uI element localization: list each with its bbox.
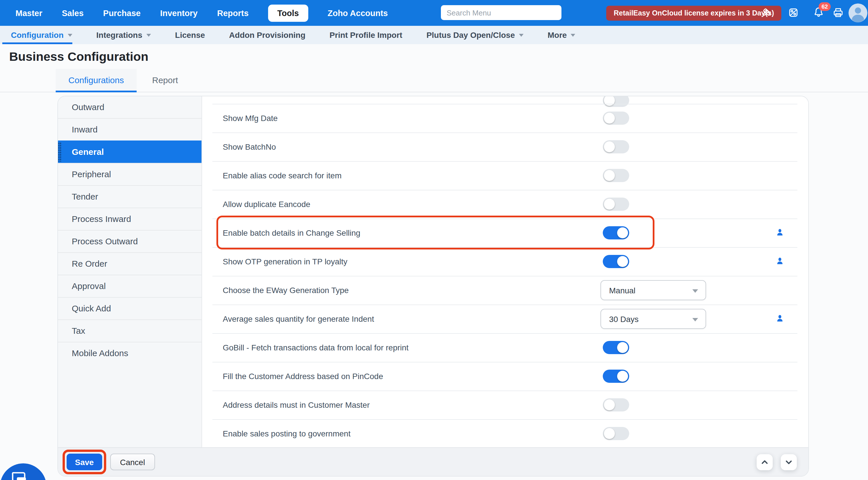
setting-row-show-mfg-date: Show Mfg Date: [202, 104, 808, 133]
topnav-item-sales[interactable]: Sales: [62, 8, 84, 18]
toggle-on[interactable]: [603, 255, 629, 268]
save-highlight-annotation: Save: [63, 450, 106, 474]
subnav-item-label: Addon Provisioning: [229, 30, 305, 40]
tab-strip: ConfigurationsReport: [0, 69, 868, 92]
setting-row-address-details-must-in-customer-master: Address details must in Customer Master: [202, 390, 808, 419]
toggle-off[interactable]: [603, 111, 629, 125]
select-value: 30 Days: [609, 314, 639, 323]
user-access-icon[interactable]: [776, 229, 784, 237]
scroll-up-button[interactable]: [756, 454, 773, 470]
sidebar-item-re-order[interactable]: Re Order: [58, 252, 202, 275]
chat-bubble-icon: [17, 477, 26, 480]
sidebar-item-approval[interactable]: Approval: [58, 275, 202, 297]
setting-row-enable-batch-details-in-change-selling: Enable batch details in Change Selling: [202, 218, 808, 247]
subnav-item-addon-provisioning[interactable]: Addon Provisioning: [229, 30, 305, 40]
topnav-item-tools[interactable]: Tools: [268, 4, 308, 22]
sidebar-item-mobile-addons[interactable]: Mobile Addons: [58, 342, 202, 364]
sidebar-item-process-outward[interactable]: Process Outward: [58, 230, 202, 252]
setting-label: Enable alias code search for item: [223, 171, 342, 180]
user-access-icon[interactable]: [776, 314, 784, 323]
topnav-item-zoho-accounts[interactable]: Zoho Accounts: [328, 8, 388, 18]
setting-label: Average sales quantity for generate Inde…: [223, 314, 374, 323]
select-choose-the-eway-generation-type[interactable]: Manual: [600, 280, 706, 300]
toggle-off[interactable]: [603, 427, 629, 440]
subnav-item-more[interactable]: More: [548, 30, 576, 40]
tab-configurations[interactable]: Configurations: [56, 69, 136, 92]
select-value: Manual: [609, 285, 636, 295]
sidebar-item-quick-add[interactable]: Quick Add: [58, 297, 202, 319]
sidebar-item-tender[interactable]: Tender: [58, 185, 202, 208]
toggle-off[interactable]: [603, 140, 629, 153]
chevron-down-icon: [692, 289, 698, 296]
title-bar: Business Configuration: [0, 44, 868, 69]
toggle-on[interactable]: [603, 341, 629, 354]
subnav-item-plutus-day-open-close[interactable]: Plutus Day Open/Close: [427, 30, 524, 40]
scrolled-row-remnant: [202, 96, 808, 104]
select-average-sales-quantity-for-generate-indent[interactable]: 30 Days: [600, 309, 706, 329]
chevron-down-icon: [692, 318, 698, 324]
topnav-item-inventory[interactable]: Inventory: [160, 8, 198, 18]
toggle-off[interactable]: [603, 169, 629, 182]
subnav-item-label: Print Profile Import: [330, 30, 402, 40]
setting-row-enable-sales-posting-to-government: Enable sales posting to government: [202, 419, 808, 448]
setting-label: Show OTP generation in TP loyalty: [223, 257, 347, 266]
subnav-item-integrations[interactable]: Integrations: [96, 30, 151, 40]
chevron-down-icon: [146, 34, 151, 39]
setting-row-fill-the-customer-address-based-on-pincode: Fill the Customer Address based on PinCo…: [202, 362, 808, 390]
scroll-buttons: [756, 454, 797, 470]
configuration-panel: OutwardInwardGeneralPeripheralTenderProc…: [57, 96, 809, 477]
subnav-item-label: More: [548, 30, 567, 40]
setting-row-allow-duplicate-eancode: Allow duplicate Eancode: [202, 190, 808, 218]
topnav-item-master[interactable]: Master: [16, 8, 42, 18]
settings-list: Show Mfg DateShow BatchNoEnable alias co…: [202, 96, 808, 447]
toggle-on[interactable]: [603, 370, 629, 383]
cancel-button[interactable]: Cancel: [110, 454, 155, 470]
setting-label: Show Mfg Date: [223, 113, 278, 123]
search-input[interactable]: [441, 5, 561, 20]
page-title: Business Configuration: [0, 44, 868, 70]
setting-label: Choose the EWay Generation Type: [223, 285, 349, 295]
chat-support-fab[interactable]: [0, 464, 46, 480]
setting-row-average-sales-quantity-for-generate-indent: Average sales quantity for generate Inde…: [202, 305, 808, 333]
setting-label: Allow duplicate Eancode: [223, 200, 310, 209]
setting-label: Fill the Customer Address based on PinCo…: [223, 372, 383, 381]
subnav-item-label: License: [175, 30, 205, 40]
subnav-item-license[interactable]: License: [175, 30, 205, 40]
setting-label: Enable sales posting to government: [223, 429, 350, 438]
sidebar-item-process-inward[interactable]: Process Inward: [58, 208, 202, 230]
sidebar-item-peripheral[interactable]: Peripheral: [58, 163, 202, 185]
paint-brush-icon[interactable]: [760, 6, 773, 19]
setting-label: Show BatchNo: [223, 142, 276, 151]
save-button[interactable]: Save: [67, 454, 102, 470]
subnav-item-label: Integrations: [96, 30, 143, 40]
subnav-item-label: Plutus Day Open/Close: [427, 30, 515, 40]
subnav-item-print-profile-import[interactable]: Print Profile Import: [330, 30, 402, 40]
sidebar-item-general[interactable]: General: [58, 140, 202, 163]
configuration-sidebar: OutwardInwardGeneralPeripheralTenderProc…: [58, 96, 202, 447]
setting-row-choose-the-eway-generation-type: Choose the EWay Generation TypeManual: [202, 276, 808, 305]
offers-icon[interactable]: [787, 6, 800, 19]
user-avatar[interactable]: [848, 3, 867, 22]
tab-report[interactable]: Report: [136, 69, 193, 92]
setting-row-gobill-fetch-transactions-data-from-local-for-reprint: GoBill - Fetch transactions data from lo…: [202, 333, 808, 362]
chevron-down-icon: [519, 34, 524, 39]
top-navbar: MasterSalesPurchaseInventoryReportsTools…: [0, 0, 868, 26]
subnav-item-configuration[interactable]: Configuration: [11, 30, 72, 40]
topnav-item-purchase[interactable]: Purchase: [103, 8, 141, 18]
scroll-down-button[interactable]: [781, 454, 797, 470]
toggle-off[interactable]: [603, 198, 629, 211]
toggle-off[interactable]: [603, 398, 629, 411]
subnav-item-label: Configuration: [11, 30, 64, 40]
toggle-on[interactable]: [603, 226, 629, 239]
sidebar-item-inward[interactable]: Inward: [58, 118, 202, 140]
chevron-down-icon: [68, 34, 72, 39]
setting-row-show-batchno: Show BatchNo: [202, 133, 808, 161]
setting-label: Enable batch details in Change Selling: [223, 228, 360, 237]
sidebar-item-tax[interactable]: Tax: [58, 319, 202, 342]
user-access-icon[interactable]: [776, 257, 784, 266]
printer-icon[interactable]: [832, 6, 844, 19]
topnav-item-reports[interactable]: Reports: [217, 8, 249, 18]
sidebar-item-outward[interactable]: Outward: [58, 96, 202, 118]
notifications-bell-icon[interactable]: 62: [812, 6, 825, 19]
chevron-down-icon: [571, 34, 576, 39]
